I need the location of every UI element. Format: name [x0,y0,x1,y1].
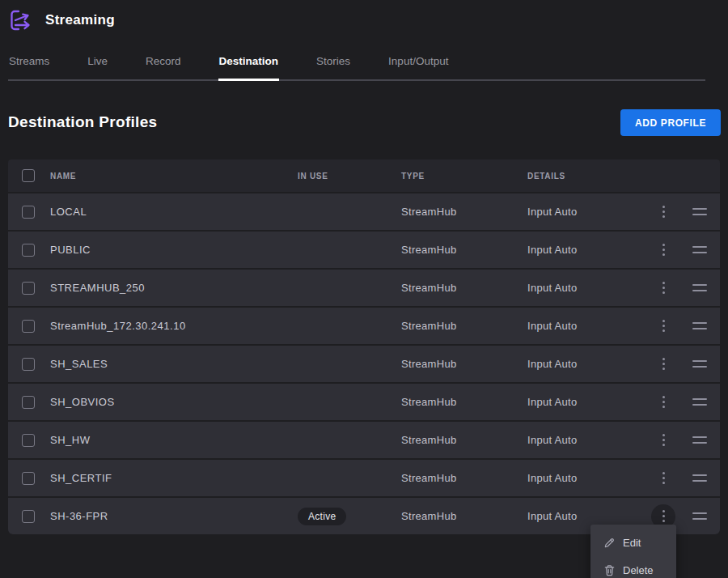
status-badge: Active [298,508,346,525]
add-profile-button[interactable]: ADD PROFILE [620,109,721,136]
profile-name: LOCAL [50,206,298,218]
type-cell: StreamHub [401,206,527,218]
details-cell: Input Auto [527,472,647,484]
profile-name: PUBLIC [50,244,298,256]
type-cell: StreamHub [401,434,527,446]
table-header-row: NAME IN USE TYPE DETAILS [8,159,720,192]
row-checkbox[interactable] [22,244,35,257]
menu-item-edit[interactable]: Edit [590,529,676,556]
kebab-icon[interactable] [651,314,675,338]
details-cell: Input Auto [527,244,647,256]
drag-handle-icon[interactable] [692,322,707,329]
pencil-icon [603,537,616,549]
profile-name: SH-36-FPR [50,510,298,522]
table-row: STREAMHUB_250 StreamHub Input Auto [8,270,720,306]
table-row: SH_CERTIF StreamHub Input Auto [8,460,720,496]
tab-streams[interactable]: Streams [8,50,50,79]
table-row: SH_OBVIOS StreamHub Input Auto [8,384,720,420]
table-row: SH_HW StreamHub Input Auto [8,422,720,458]
menu-item-label: Delete [623,564,654,576]
row-context-menu: Edit Delete [590,525,676,578]
drag-handle-icon[interactable] [692,398,707,406]
tab-record[interactable]: Record [145,50,182,79]
details-cell: Input Auto [527,434,647,446]
menu-item-label: Edit [623,537,641,549]
row-checkbox[interactable] [22,396,35,409]
tab-bar: Streams Live Record Destination Stories … [8,50,705,81]
table-row: SH_SALES StreamHub Input Auto [8,346,720,382]
app-title: Streaming [45,12,115,28]
details-cell: Input Auto [527,510,647,522]
drag-handle-icon[interactable] [692,246,707,253]
row-checkbox[interactable] [22,320,35,333]
tab-stories[interactable]: Stories [315,50,351,79]
kebab-icon[interactable] [651,276,675,300]
column-header-details: DETAILS [527,172,647,181]
profile-name: SH_OBVIOS [50,396,298,408]
kebab-icon[interactable] [651,352,675,376]
details-cell: Input Auto [527,206,647,218]
details-cell: Input Auto [527,358,647,370]
stream-out-icon [8,8,34,32]
profile-name: SH_CERTIF [50,472,298,484]
table-row: StreamHub_172.30.241.10 StreamHub Input … [8,308,720,344]
row-checkbox[interactable] [22,358,35,371]
drag-handle-icon[interactable] [692,208,707,215]
column-header-type: TYPE [401,172,527,181]
tab-live[interactable]: Live [87,50,108,79]
type-cell: StreamHub [401,510,527,522]
kebab-icon[interactable] [651,428,675,453]
tab-destination[interactable]: Destination [218,50,280,79]
trash-icon [603,564,616,576]
type-cell: StreamHub [401,320,527,332]
menu-item-delete[interactable]: Delete [590,556,676,578]
destination-profiles-table: NAME IN USE TYPE DETAILS LOCAL StreamHub… [8,159,720,534]
type-cell: StreamHub [401,358,527,370]
profile-name: SH_HW [50,434,298,446]
row-checkbox[interactable] [22,282,35,295]
type-cell: StreamHub [401,282,527,294]
kebab-icon[interactable] [651,200,675,224]
kebab-icon[interactable] [651,238,675,262]
type-cell: StreamHub [401,472,527,484]
page-title: Destination Profiles [8,113,157,131]
drag-handle-icon[interactable] [692,474,707,482]
table-row: LOCAL StreamHub Input Auto [8,193,720,230]
drag-handle-icon[interactable] [692,284,707,291]
column-header-in-use: IN USE [298,172,401,181]
row-checkbox[interactable] [22,510,35,523]
select-all-checkbox[interactable] [22,169,35,182]
kebab-icon[interactable] [651,390,675,414]
tab-input-output[interactable]: Input/Output [387,50,449,79]
details-cell: Input Auto [527,282,647,294]
kebab-icon[interactable] [651,466,675,491]
type-cell: StreamHub [401,396,527,408]
details-cell: Input Auto [527,396,647,408]
profile-name: STREAMHUB_250 [50,282,298,294]
table-row: PUBLIC StreamHub Input Auto [8,232,720,268]
drag-handle-icon[interactable] [692,436,707,444]
row-checkbox[interactable] [22,206,35,219]
drag-handle-icon[interactable] [692,512,707,520]
drag-handle-icon[interactable] [692,360,707,368]
row-checkbox[interactable] [22,434,35,447]
profile-name: StreamHub_172.30.241.10 [50,320,298,332]
details-cell: Input Auto [527,320,647,332]
profile-name: SH_SALES [50,358,298,370]
column-header-name: NAME [50,172,298,181]
app-header: Streaming [0,0,728,40]
type-cell: StreamHub [401,244,527,256]
row-checkbox[interactable] [22,472,35,485]
